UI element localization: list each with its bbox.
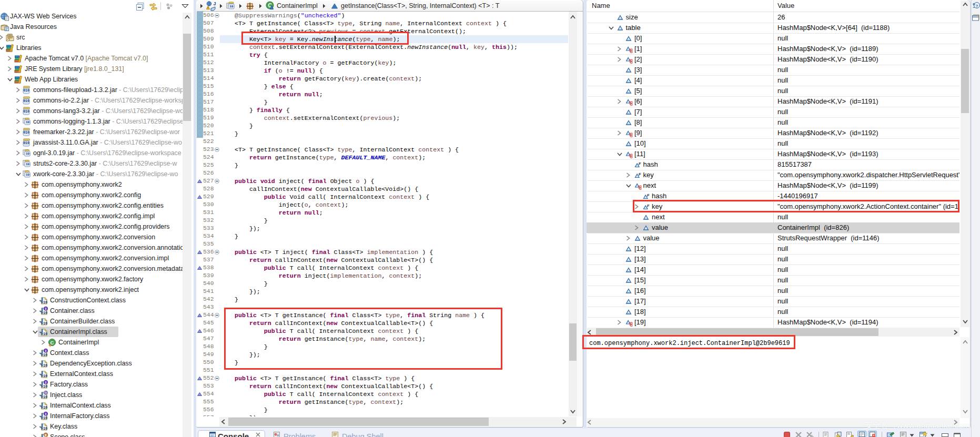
- svg-text:010: 010: [23, 110, 29, 114]
- svg-text:F: F: [638, 172, 641, 177]
- svg-text:?: ?: [976, 4, 978, 8]
- svg-text:I: I: [45, 381, 46, 384]
- svg-text:C: C: [50, 340, 54, 345]
- svg-text:010: 010: [23, 89, 29, 93]
- svg-text:010: 010: [23, 99, 29, 103]
- svg-text:F: F: [647, 193, 650, 198]
- svg-text:I: I: [45, 307, 46, 311]
- svg-text:J: J: [214, 1, 216, 6]
- svg-text:10: 10: [26, 162, 30, 166]
- svg-text:I: I: [45, 412, 46, 416]
- svg-text:10: 10: [229, 5, 234, 8]
- svg-text:10: 10: [26, 120, 30, 124]
- svg-text:E: E: [45, 433, 47, 437]
- svg-text:I: I: [45, 349, 46, 353]
- svg-text:10: 10: [26, 173, 30, 177]
- svg-text:@: @: [44, 391, 47, 394]
- svg-text:10: 10: [26, 152, 30, 156]
- svg-text:010: 010: [23, 131, 29, 135]
- svg-text:!: !: [208, 6, 209, 9]
- svg-text:010: 010: [23, 141, 29, 145]
- svg-text:F: F: [638, 161, 641, 166]
